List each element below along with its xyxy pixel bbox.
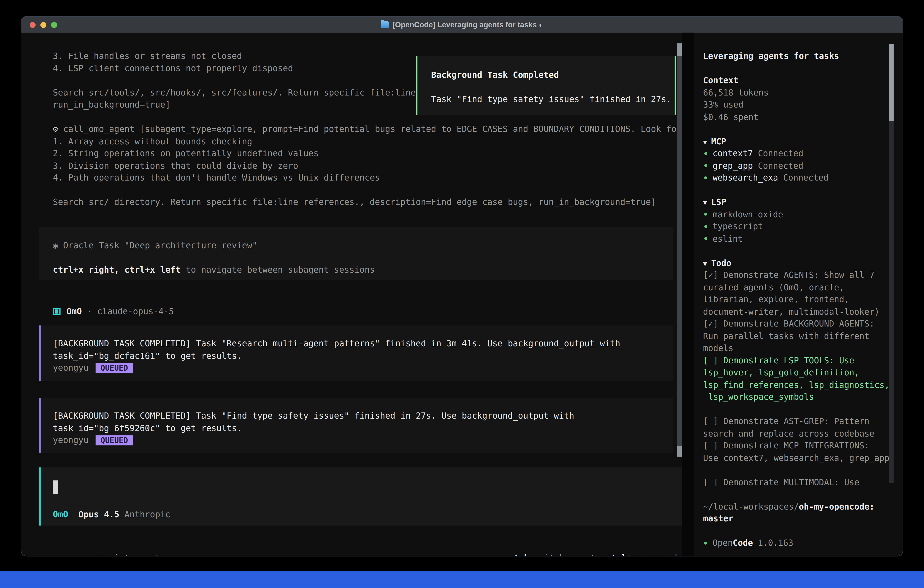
status-bar-right: tab switch agent ctrl+p commands (514, 552, 682, 557)
version-brand: Code (733, 538, 753, 548)
bullet-icon (705, 225, 707, 228)
context-used: 33% used (703, 99, 903, 111)
version-prefix: Open (713, 538, 733, 548)
close-button[interactable] (30, 21, 36, 28)
tool-call-item: 1. Array access without bounds checking (53, 135, 694, 147)
status-bar: esc interrupt tab switch agent ctrl+p co… (21, 552, 694, 557)
agent-model: claude-opus-4-5 (97, 306, 174, 318)
task-message-line: [BACKGROUND TASK COMPLETED] Task "Resear… (53, 337, 673, 350)
mcp-item-name: context7 (713, 149, 753, 158)
status-badge: QUEUED (96, 363, 133, 373)
ctrlp-key-hint: ctrl+p (606, 552, 637, 557)
lsp-item-name: markdown-oxide (713, 210, 783, 219)
main-scrollbar-thumb-bottom[interactable] (677, 446, 681, 457)
input-agent-name: OmO (53, 509, 68, 519)
todo-line: [ ] Demonstrate MULTIMODAL: Use (703, 476, 903, 488)
todo-line: search and replace across codebase (703, 427, 903, 439)
bullet-icon (705, 237, 707, 240)
sidebar-scrollbar (889, 44, 894, 483)
sidebar-scrollbar-thumb[interactable] (889, 44, 894, 121)
ctrlp-key-label: commands (641, 552, 682, 557)
oracle-task-title-text: Oracle Task "Deep architecture review" (58, 240, 257, 249)
todo-line: librarian, explore, frontend, (703, 293, 903, 306)
workspace-path: ~/local-workspaces/oh-my-opencode: (703, 500, 903, 512)
workspace-repo: oh-my-opencode: (799, 502, 874, 511)
background-task-message: [BACKGROUND TASK COMPLETED] Task "Resear… (39, 325, 673, 381)
todo-line: document-writer, multimodal-looker) (703, 306, 903, 318)
todo-line-active: lsp_workspace_symbols (703, 391, 903, 403)
task-message-line: task_id="bg_6f59260c" to get results. (53, 422, 673, 434)
tool-call-header: ⚙ call_omo_agent [subagent_type=explore,… (53, 123, 694, 135)
lsp-item: markdown-oxide (703, 208, 903, 220)
lsp-item-name: eslint (713, 234, 743, 243)
main-scrollbar (677, 43, 681, 457)
todo-line: Use context7, websearch_exa, grep_app (703, 452, 903, 464)
workspace-branch: master (703, 512, 903, 525)
zoom-button[interactable] (51, 21, 57, 28)
todo-line: models (703, 342, 903, 354)
agent-icon (53, 308, 61, 315)
chevron-down-icon: ▼ (703, 260, 707, 268)
lsp-section-header[interactable]: ▼LSP (703, 196, 903, 208)
tab-key-label: switch agent (534, 552, 595, 557)
main-scrollbar-thumb[interactable] (677, 43, 681, 56)
chevron-down-icon: ▼ (703, 199, 707, 207)
task-meta-row: yeongyu QUEUED (53, 434, 673, 446)
todo-line-active: lsp_find_references, lsp_diagnostics, (703, 378, 903, 391)
mcp-item-status: Connected (778, 173, 828, 182)
context-header: Context (703, 74, 903, 86)
tool-call-header-text: call_omo_agent [subagent_type=explore, p… (58, 124, 681, 134)
bullet-icon (705, 213, 707, 216)
agent-header: OmO · claude-opus-4-5 (53, 305, 694, 318)
desktop-strip (0, 571, 924, 588)
workspace-path-prefix: ~/local-workspaces/ (703, 502, 799, 511)
task-message-line: [BACKGROUND TASK COMPLETED] Task "Find t… (53, 410, 673, 422)
opencode-window: [OpenCode] Leveraging agents for tasks ◐… (21, 16, 903, 557)
folder-icon (381, 21, 389, 28)
mcp-section-header[interactable]: ▼MCP (703, 135, 903, 147)
mcp-item: grep_app Connected (703, 159, 903, 172)
version-line: OpenCode 1.0.163 (703, 537, 903, 549)
notification-title: Background Task Completed (431, 69, 675, 81)
activity-dots (42, 556, 78, 557)
todo-line: [ ] Demonstrate MCP INTEGRATIONS: (703, 439, 903, 452)
chevron-down-icon: ▼ (703, 138, 707, 146)
task-user: yeongyu (53, 362, 88, 374)
session-title: Leveraging agents for tasks (703, 50, 903, 62)
mcp-item-name: grep_app (713, 160, 753, 170)
todo-line: [✓] Demonstrate BACKGROUND AGENTS: (703, 318, 903, 330)
shortcut-keys: ctrl+x right, ctrl+x left (53, 265, 180, 274)
shortcut-hint: to navigate between subagent sessions (180, 265, 375, 274)
context-tokens: 66,518 tokens (703, 86, 903, 99)
gear-icon: ⚙ (53, 124, 58, 134)
oracle-task-box: ◉ Oracle Task "Deep architecture review"… (39, 226, 673, 280)
task-meta-row: yeongyu QUEUED (53, 362, 673, 374)
background-task-notification: Background Task Completed Task "Find typ… (416, 56, 676, 115)
todo-header-text: Todo (711, 258, 731, 268)
mcp-item: context7 Connected (703, 147, 903, 160)
window-title: [OpenCode] Leveraging agents for tasks ◐ (381, 20, 543, 29)
record-icon: ◉ (53, 240, 58, 249)
lsp-item-name: typescript (713, 221, 763, 231)
prompt-input[interactable]: OmO Opus 4.5 Anthropic (39, 467, 682, 525)
agent-name: OmO (67, 306, 82, 318)
version-number: 1.0.163 (753, 538, 793, 548)
lsp-item: eslint (703, 233, 903, 245)
bullet-icon (705, 152, 707, 155)
tool-call-item: 2. String operations on potentially unde… (53, 147, 694, 160)
bullet-icon (705, 164, 707, 167)
minimize-button[interactable] (40, 21, 46, 28)
bullet-icon (705, 542, 707, 544)
session-sidebar: Leveraging agents for tasks Context 66,5… (694, 33, 903, 557)
todo-line: curated agents (OmO, oracle, (703, 281, 903, 294)
bullet-icon (705, 176, 707, 179)
tool-call-footer: Search src/ directory. Return specific f… (53, 196, 694, 208)
esc-key-label: interrupt (114, 552, 160, 557)
todo-line: [ ] Demonstrate AST-GREP: Pattern (703, 415, 903, 428)
pane-divider (682, 33, 694, 557)
input-provider-name: Anthropic (119, 509, 170, 519)
mcp-item-status: Connected (753, 160, 803, 170)
todo-section-header[interactable]: ▼Todo (703, 257, 903, 269)
mcp-header-text: MCP (711, 136, 726, 146)
task-message-line: task_id="bg_dcfac161" to get results. (53, 350, 673, 362)
